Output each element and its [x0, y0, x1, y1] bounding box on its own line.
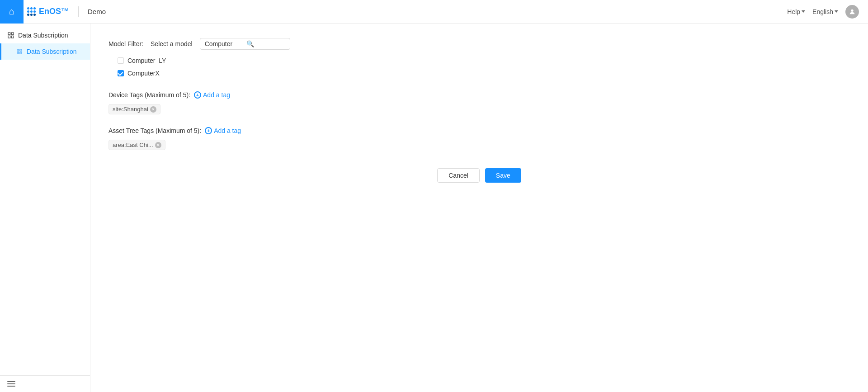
svg-rect-6: [20, 49, 22, 51]
sidebar-item-icon: [16, 48, 23, 55]
checkbox-computerx[interactable]: [118, 70, 124, 76]
asset-tag-value: area:East Chi...: [113, 142, 153, 148]
navbar: ⌂ EnOS™ Demo Help English: [0, 0, 868, 24]
logo-text: EnOS™: [39, 7, 69, 16]
plus-circle-asset-icon: +: [205, 127, 212, 134]
brand: EnOS™ Demo: [27, 6, 106, 17]
cancel-button[interactable]: Cancel: [437, 168, 480, 183]
logo-dots: [27, 7, 37, 16]
add-device-tag-label: Add a tag: [203, 91, 230, 99]
model-checkbox-list: Computer_LY ComputerX: [108, 57, 850, 77]
main-content: Model Filter: Select a model Computer 🔍 …: [90, 24, 868, 392]
svg-rect-2: [11, 33, 14, 35]
save-button[interactable]: Save: [485, 168, 521, 183]
model-filter-label: Model Filter:: [108, 40, 143, 47]
home-button[interactable]: ⌂: [0, 0, 24, 24]
help-chevron-icon: [802, 10, 805, 13]
asset-tree-tags-section: Asset Tree Tags (Maximum of 5): + Add a …: [108, 127, 850, 150]
sidebar-section-data-subscription[interactable]: Data Subscription: [0, 27, 90, 43]
help-link[interactable]: Help: [787, 8, 805, 15]
model-search-value: Computer: [205, 40, 244, 47]
add-device-tag-button[interactable]: + Add a tag: [194, 91, 230, 99]
svg-rect-8: [20, 52, 22, 54]
svg-rect-4: [11, 36, 14, 38]
model-search-input[interactable]: Computer 🔍: [200, 38, 290, 50]
checkbox-computer-ly[interactable]: [118, 57, 124, 64]
device-tags-label: Device Tags (Maximum of 5):: [108, 91, 190, 99]
nav-divider: [78, 6, 79, 17]
navbar-right: Help English: [787, 5, 859, 19]
add-asset-tag-label: Add a tag: [214, 127, 241, 134]
sidebar: Data Subscription Data Subscription: [0, 24, 90, 392]
enos-logo: EnOS™: [27, 7, 69, 16]
asset-tag-east-china: area:East Chi... ✕: [108, 140, 165, 150]
checkbox-label-computerx: ComputerX: [127, 70, 160, 77]
hamburger-menu[interactable]: [7, 381, 83, 387]
device-tags-list: site:Shanghai ✕: [108, 104, 850, 114]
user-avatar[interactable]: [845, 5, 859, 19]
sidebar-item-label: Data Subscription: [27, 48, 77, 55]
asset-tag-close-icon[interactable]: ✕: [155, 142, 161, 148]
asset-tree-tags-label: Asset Tree Tags (Maximum of 5):: [108, 127, 201, 134]
sidebar-item-data-subscription[interactable]: Data Subscription: [0, 43, 90, 60]
device-tag-value: site:Shanghai: [113, 106, 148, 113]
search-icon: 🔍: [246, 40, 285, 47]
asset-tree-tags-label-row: Asset Tree Tags (Maximum of 5): + Add a …: [108, 127, 850, 134]
device-tag-shanghai: site:Shanghai ✕: [108, 104, 160, 114]
select-model-label: Select a model: [151, 40, 193, 47]
model-filter-section: Model Filter: Select a model Computer 🔍 …: [108, 38, 850, 77]
language-selector[interactable]: English: [812, 8, 838, 15]
svg-rect-1: [8, 33, 10, 35]
checkbox-item-computer-ly[interactable]: Computer_LY: [118, 57, 850, 64]
sidebar-section-label: Data Subscription: [18, 32, 68, 39]
home-icon: ⌂: [9, 6, 14, 17]
device-tags-section: Device Tags (Maximum of 5): + Add a tag …: [108, 91, 850, 114]
add-asset-tag-button[interactable]: + Add a tag: [205, 127, 241, 134]
language-chevron-icon: [835, 10, 838, 13]
asset-tree-tags-list: area:East Chi... ✕: [108, 140, 850, 150]
subscription-icon: [7, 32, 14, 39]
svg-point-0: [851, 9, 853, 11]
device-tag-close-icon[interactable]: ✕: [150, 106, 156, 113]
plus-circle-icon: +: [194, 91, 201, 99]
app-name: Demo: [88, 8, 106, 15]
checkbox-label-computer-ly: Computer_LY: [127, 57, 166, 64]
svg-rect-3: [8, 36, 10, 38]
sidebar-bottom: [0, 375, 90, 392]
checkbox-item-computerx[interactable]: ComputerX: [118, 70, 850, 77]
svg-rect-7: [17, 52, 19, 54]
device-tags-label-row: Device Tags (Maximum of 5): + Add a tag: [108, 91, 850, 99]
model-filter-row: Model Filter: Select a model Computer 🔍: [108, 38, 850, 50]
svg-rect-5: [17, 49, 19, 51]
app-layout: Data Subscription Data Subscription Mode…: [0, 24, 868, 392]
action-buttons: Cancel Save: [108, 168, 850, 183]
